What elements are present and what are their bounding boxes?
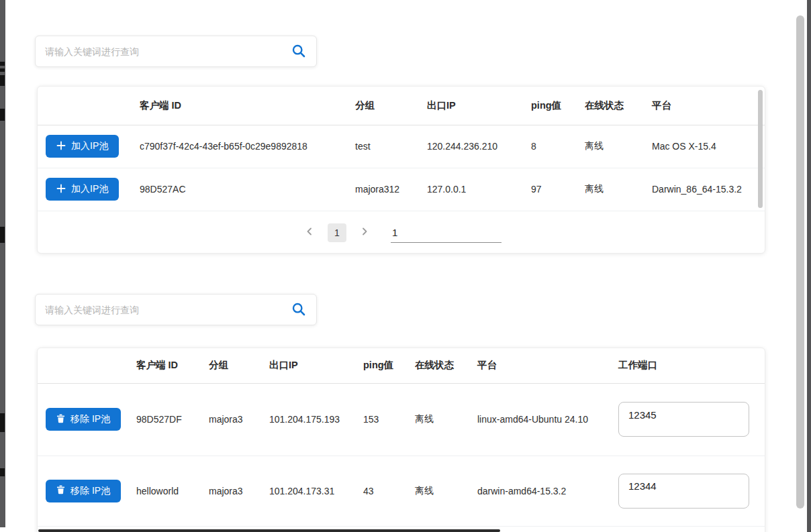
cell-group: test — [347, 125, 419, 168]
header-work-port: 工作端口 — [610, 348, 765, 383]
horizontal-scrollbar-thumb[interactable] — [38, 529, 500, 532]
work-port-input[interactable] — [618, 474, 749, 509]
page-number-button[interactable]: 1 — [328, 223, 346, 242]
cell-client-id: c790f37f-42c4-43ef-b65f-0c29e9892818 — [132, 125, 347, 168]
plus-icon — [56, 184, 66, 195]
cell-group: majora312 — [347, 168, 419, 211]
next-page-button[interactable] — [356, 224, 373, 242]
cell-client-id: 98D527AC — [132, 168, 347, 211]
header-online-status: 在线状态 — [407, 348, 469, 383]
cell-platform: linux-amd64-Ubuntu 24.10 — [469, 383, 610, 456]
cell-exit-ip: 101.204.173.31 — [261, 456, 355, 526]
cell-group: majora3 — [201, 383, 261, 456]
cell-client-id: helloworld — [128, 456, 201, 526]
candidates-pagination: 1 — [38, 211, 765, 254]
add-to-ip-pool-button[interactable]: 加入IP池 — [46, 135, 119, 158]
plus-icon — [56, 141, 66, 152]
members-search-input[interactable] — [36, 295, 316, 325]
background-text-fragment — [0, 62, 5, 66]
members-search-box — [35, 294, 317, 325]
candidates-row: 加入IP池 c790f37f-42c4-43ef-b65f-0c29e98928… — [38, 125, 765, 168]
candidates-search-button[interactable] — [291, 44, 307, 60]
candidates-table-card: 客户端 ID 分组 出口IP ping值 在线状态 平台 加入IP池 — [37, 86, 765, 254]
candidates-table-scrollbar[interactable] — [758, 90, 763, 208]
members-table-card: 客户端 ID 分组 出口IP ping值 在线状态 平台 工作端口 — [37, 348, 765, 532]
header-platform: 平台 — [644, 87, 765, 125]
members-search-button[interactable] — [291, 302, 307, 318]
cell-group: majora3 — [201, 456, 261, 526]
background-text-fragment — [0, 468, 5, 476]
search-icon — [291, 309, 306, 319]
header-group: 分组 — [201, 348, 261, 383]
members-row: 移除 IP池 helloworld majora3 101.204.173.31… — [38, 456, 765, 526]
background-window-left-edge — [0, 0, 5, 527]
add-to-ip-pool-button[interactable]: 加入IP池 — [46, 178, 119, 201]
cell-online-status: 离线 — [407, 383, 469, 456]
cell-online-status: 离线 — [577, 125, 644, 168]
header-group: 分组 — [347, 87, 419, 125]
trash-icon — [56, 414, 65, 425]
prev-page-button[interactable] — [301, 224, 318, 242]
cell-platform: darwin-amd64-15.3.2 — [469, 456, 610, 526]
trash-icon — [56, 485, 65, 496]
candidates-table: 客户端 ID 分组 出口IP ping值 在线状态 平台 加入IP池 — [38, 87, 765, 211]
cell-client-id: 98D527DF — [128, 383, 201, 456]
header-online-status: 在线状态 — [577, 87, 644, 125]
remove-button-label: 移除 IP池 — [70, 413, 110, 425]
chevron-left-icon — [305, 227, 314, 237]
background-text-fragment — [0, 227, 5, 243]
members-table: 客户端 ID 分组 出口IP ping值 在线状态 平台 工作端口 — [38, 348, 765, 527]
header-ping: ping值 — [523, 87, 577, 125]
cell-ping: 8 — [523, 125, 577, 168]
work-port-input[interactable] — [618, 402, 749, 437]
header-exit-ip: 出口IP — [261, 348, 355, 383]
cell-exit-ip: 127.0.0.1 — [419, 168, 523, 211]
candidates-row: 加入IP池 98D527AC majora312 127.0.0.1 97 离线… — [38, 168, 765, 211]
background-text-fragment — [0, 109, 5, 121]
background-text-fragment — [0, 68, 5, 72]
members-row: 移除 IP池 98D527DF majora3 101.204.175.193 … — [38, 383, 765, 456]
background-window-right-edge — [807, 0, 811, 532]
cell-exit-ip: 120.244.236.210 — [419, 125, 523, 168]
page-jump-input[interactable] — [391, 223, 502, 243]
header-ping: ping值 — [355, 348, 407, 383]
header-client-id: 客户端 ID — [132, 87, 347, 125]
candidates-search-input[interactable] — [36, 36, 316, 66]
background-text-fragment — [0, 75, 5, 86]
remove-button-label: 移除 IP池 — [70, 485, 110, 497]
header-client-id: 客户端 ID — [128, 348, 201, 383]
cell-online-status: 离线 — [577, 168, 644, 211]
page-scrollbar-track[interactable] — [795, 0, 807, 532]
add-button-label: 加入IP池 — [71, 183, 108, 195]
header-platform: 平台 — [469, 348, 610, 383]
cell-online-status: 离线 — [407, 456, 469, 526]
remove-from-ip-pool-button[interactable]: 移除 IP池 — [46, 480, 121, 502]
candidates-search-box — [35, 36, 317, 67]
add-button-label: 加入IP池 — [71, 140, 108, 152]
cell-platform: Darwin_86_64-15.3.2 — [644, 168, 765, 211]
members-header-row: 客户端 ID 分组 出口IP ping值 在线状态 平台 工作端口 — [38, 348, 765, 383]
search-icon — [291, 50, 306, 60]
cell-platform: Mac OS X-15.4 — [644, 125, 765, 168]
background-text-fragment — [0, 413, 5, 432]
header-exit-ip: 出口IP — [419, 87, 523, 125]
cell-exit-ip: 101.204.175.193 — [261, 383, 355, 456]
cell-ping: 97 — [523, 168, 577, 211]
candidates-header-row: 客户端 ID 分组 出口IP ping值 在线状态 平台 — [38, 87, 765, 125]
remove-from-ip-pool-button[interactable]: 移除 IP池 — [46, 408, 121, 431]
page-scrollbar-thumb[interactable] — [796, 15, 804, 509]
header-action — [38, 87, 132, 125]
header-action — [38, 348, 128, 383]
cell-ping: 43 — [355, 456, 407, 526]
chevron-right-icon — [361, 227, 369, 237]
cell-ping: 153 — [355, 383, 407, 456]
